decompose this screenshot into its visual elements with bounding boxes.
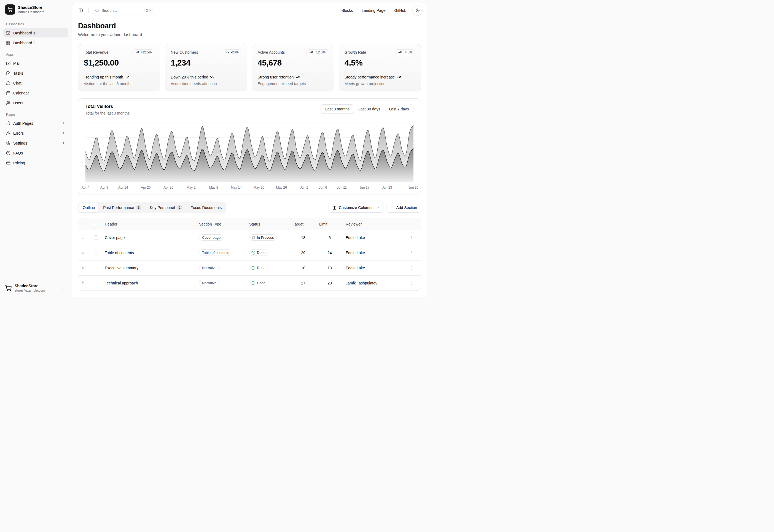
stat-trend-text: Strong user retention (258, 75, 294, 79)
x-tick-label: Jun 23 (382, 186, 392, 189)
tab-count-badge: 3 (136, 205, 141, 210)
select-all-checkbox[interactable] (94, 222, 98, 226)
status-badge: Done (249, 249, 269, 256)
status-text: Done (257, 251, 266, 255)
sidebar-nav: DashboardsDashboard 1Dashboard 2AppsMail… (3, 18, 68, 281)
chart-area: Apr 4Apr 9Apr 14Apr 20Apr 26May 2May 8Ma… (85, 123, 413, 191)
cell-limit: 23 (316, 275, 343, 291)
x-tick-label: Jun 17 (359, 186, 369, 189)
stat-description: Visitors for the last 6 months (84, 82, 154, 86)
stat-card-growth-rate: Growth Rate+4.5%4.5%Steady performance i… (339, 44, 421, 91)
plus-icon (390, 206, 394, 210)
brand[interactable]: ShadcnStore Admin Dashboard (3, 3, 68, 16)
sidebar-item-errors[interactable]: Errors (3, 129, 68, 138)
tabs: OutlinePast Performance3Key Personnel2Fo… (78, 202, 226, 213)
sidebar-item-calendar[interactable]: Calendar (3, 88, 68, 97)
row-menu-button[interactable] (408, 234, 416, 241)
divider (88, 8, 89, 13)
tab-key-personnel[interactable]: Key Personnel2 (146, 203, 186, 212)
cell-section-type: Narrative (196, 275, 247, 291)
toolbar-actions: Customize Columns Add Section (329, 203, 421, 213)
sidebar-item-auth-pages[interactable]: Auth Pages (3, 119, 68, 128)
trending-up-icon (397, 75, 401, 79)
loader-icon (252, 236, 255, 240)
top-link-landing-page[interactable]: Landing Page (362, 8, 385, 13)
range-last-7-days[interactable]: Last 7 days (385, 104, 413, 114)
column-header-actions (405, 218, 421, 230)
row-menu-button[interactable] (408, 279, 416, 287)
grip-vertical-icon[interactable] (81, 235, 85, 239)
sidebar-item-dashboard-2[interactable]: Dashboard 2 (3, 38, 68, 47)
main-panel: ⌘ K BlocksLanding PageGitHub Dashboard W… (72, 3, 427, 297)
top-link-github[interactable]: GitHub (394, 8, 406, 13)
x-tick-label: Apr 9 (100, 186, 108, 189)
stat-trend-text: Steady performance increase (345, 75, 395, 79)
stat-value: $1,250.00 (84, 58, 154, 67)
stat-label: Active Accounts (258, 49, 285, 55)
cell-header: Cover page (102, 230, 196, 245)
visitors-card-header: Total Visitors Total for the last 3 mont… (85, 104, 413, 115)
tab-past-performance[interactable]: Past Performance3 (99, 203, 145, 212)
columns-icon (332, 206, 337, 210)
top-link-blocks[interactable]: Blocks (342, 8, 353, 13)
footer-menu-button[interactable] (59, 284, 67, 292)
grip-vertical-icon[interactable] (81, 280, 85, 285)
stat-description: Meets growth projections (345, 82, 415, 86)
status-text: In Process (257, 235, 274, 240)
cell-reviewer: Eddie Lake (343, 260, 405, 275)
sidebar-item-settings[interactable]: Settings (3, 139, 68, 148)
nav-group-pages: PagesAuth PagesErrorsSettingsFAQsPricing (3, 108, 68, 167)
add-section-button[interactable]: Add Section (386, 203, 421, 213)
column-header-limit: Limit (316, 218, 343, 230)
row-checkbox[interactable] (94, 235, 98, 240)
nav-section-label: Pages (3, 108, 68, 119)
row-checkbox[interactable] (94, 251, 98, 255)
sidebar-item-label: Chat (13, 81, 66, 85)
trend-badge-value: +12.5% (314, 50, 326, 54)
customize-columns-label: Customize Columns (339, 205, 373, 210)
search-box[interactable]: ⌘ K (92, 6, 156, 15)
row-menu-button[interactable] (408, 264, 416, 272)
section-type-badge: Cover page (199, 234, 224, 241)
trend-badge: -20% (223, 49, 241, 55)
search-input[interactable] (101, 8, 142, 13)
sidebar-item-dashboard-1[interactable]: Dashboard 1 (3, 28, 68, 37)
sidebar-item-mail[interactable]: Mail (3, 59, 68, 68)
row-checkbox[interactable] (94, 281, 98, 285)
sidebar-item-pricing[interactable]: Pricing (3, 158, 68, 167)
tab-outline[interactable]: Outline (79, 203, 99, 212)
status-text: Done (257, 266, 266, 270)
cell-header: Table of contents (102, 245, 196, 260)
stat-cards: Total Revenue+12.5%$1,250.00Trending up … (78, 44, 421, 91)
row-checkbox[interactable] (94, 266, 98, 270)
column-header-status: Status (247, 218, 290, 230)
footer-account-email: store@example.com (15, 289, 45, 292)
sidebar-toggle-button[interactable] (76, 6, 85, 15)
range-last-30-days[interactable]: Last 30 days (354, 104, 385, 114)
sidebar-item-faqs[interactable]: FAQs (3, 148, 68, 158)
grip-vertical-icon[interactable] (81, 250, 85, 254)
sidebar-item-tasks[interactable]: Tasks (3, 69, 68, 78)
chart-subtitle: Total for the last 3 months (85, 111, 129, 115)
x-tick-label: Apr 20 (141, 186, 150, 189)
sidebar-item-users[interactable]: Users (3, 98, 68, 107)
table-toolbar: OutlinePast Performance3Key Personnel2Fo… (78, 202, 421, 213)
row-menu-button[interactable] (408, 249, 416, 257)
stat-label: New Customers (170, 49, 198, 55)
layout-dashboard-icon (6, 31, 10, 35)
tab-focus-documents[interactable]: Focus Documents (186, 203, 226, 212)
cell-target: 27 (290, 275, 316, 291)
trend-badge-value: +12.5% (140, 50, 151, 54)
cell-actions (405, 245, 421, 260)
column-header-header: Header (102, 218, 196, 230)
stat-value: 45,678 (258, 58, 328, 67)
range-last-3-months[interactable]: Last 3 months (321, 104, 354, 114)
sidebar-footer[interactable]: ShadcnStore store@example.com (3, 281, 68, 295)
grip-vertical-icon[interactable] (81, 265, 85, 270)
cell-section-type: Cover page (196, 230, 247, 245)
customize-columns-button[interactable]: Customize Columns (329, 203, 383, 213)
theme-toggle-button[interactable] (412, 6, 423, 16)
sidebar-item-chat[interactable]: Chat (3, 78, 68, 88)
users-icon (6, 101, 10, 105)
chevron-right-icon (61, 131, 66, 135)
